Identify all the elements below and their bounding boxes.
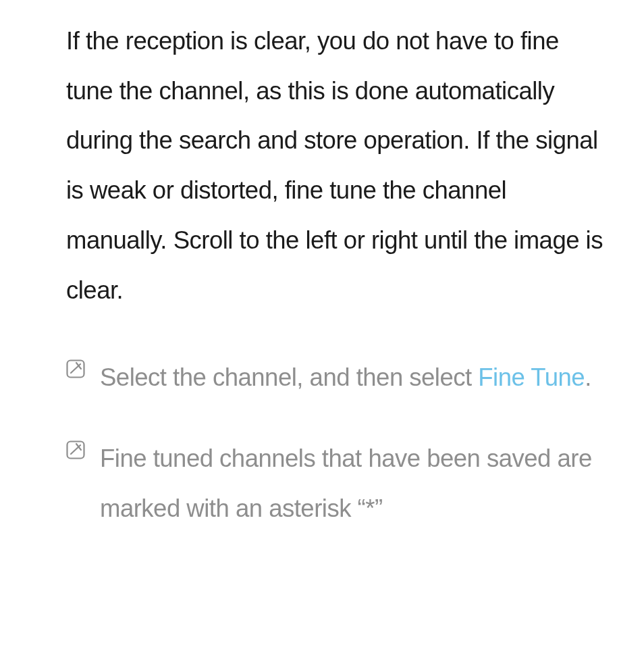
- highlight-text: Fine Tune: [478, 363, 585, 391]
- note-text: Select the channel, and then select Fine…: [100, 353, 605, 403]
- note-suffix: .: [585, 363, 591, 391]
- note-text: Fine tuned channels that have been saved…: [100, 434, 605, 533]
- note-item: Select the channel, and then select Fine…: [66, 353, 605, 403]
- note-icon: [66, 359, 85, 378]
- note-prefix: Select the channel, and then select: [100, 363, 478, 391]
- note-icon: [66, 440, 85, 459]
- note-prefix: Fine tuned channels that have been saved…: [100, 445, 592, 522]
- note-item: Fine tuned channels that have been saved…: [66, 434, 605, 533]
- main-paragraph: If the reception is clear, you do not ha…: [66, 16, 605, 315]
